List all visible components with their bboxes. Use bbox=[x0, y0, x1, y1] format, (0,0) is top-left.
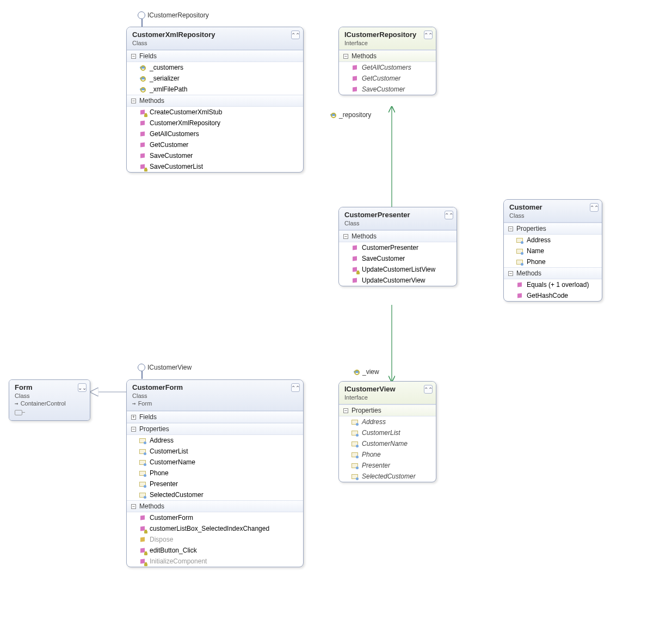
class-header[interactable]: CustomerPresenter Class ⌃⌃ bbox=[339, 207, 457, 230]
collapse-icon[interactable]: ⌃⌃ bbox=[445, 211, 453, 219]
member-row[interactable]: Phone bbox=[504, 256, 602, 267]
member-row[interactable]: UpdateCustomerListView bbox=[339, 264, 457, 275]
method-icon bbox=[139, 119, 146, 127]
member-row[interactable]: CustomerName bbox=[127, 457, 303, 468]
section-header[interactable]: −Methods bbox=[504, 267, 602, 279]
member-name: UpdateCustomerListView bbox=[362, 266, 435, 273]
member-row[interactable]: Address bbox=[127, 435, 303, 446]
class-header[interactable]: CustomerXmlRepository Class ⌃⌃ bbox=[127, 27, 303, 50]
collapse-icon[interactable]: − bbox=[508, 226, 513, 231]
member-row[interactable]: Presenter bbox=[127, 479, 303, 489]
member-row[interactable]: GetAllCustomers bbox=[339, 62, 436, 73]
collapse-icon[interactable]: ⌃⌃ bbox=[291, 30, 300, 39]
prop-icon bbox=[139, 480, 146, 488]
section-label: Properties bbox=[139, 425, 169, 433]
member-row[interactable]: CustomerList bbox=[127, 446, 303, 457]
member-row[interactable]: SaveCustomer bbox=[339, 253, 457, 264]
collapse-icon[interactable]: − bbox=[508, 271, 513, 276]
method-priv-icon bbox=[351, 266, 359, 273]
class-customer[interactable]: Customer Class ⌃⌃ −PropertiesAddressName… bbox=[503, 199, 602, 302]
member-row[interactable]: GetAllCustomers bbox=[127, 128, 303, 139]
collapse-icon[interactable]: − bbox=[343, 54, 348, 59]
interface-icustomerview[interactable]: ICustomerView Interface ⌃⌃ −PropertiesAd… bbox=[338, 381, 436, 482]
member-row[interactable]: Phone bbox=[127, 468, 303, 479]
member-row[interactable]: CustomerXmlRepository bbox=[127, 118, 303, 128]
section-header[interactable]: −Methods bbox=[127, 95, 303, 107]
section-header[interactable]: −Properties bbox=[504, 223, 602, 235]
section-header[interactable]: −Methods bbox=[127, 500, 303, 512]
class-customerform[interactable]: CustomerForm Class →Form ⌃⌃ +Fields−Prop… bbox=[126, 379, 304, 567]
class-form[interactable]: Form Class →ContainerControl ⌄⌄ bbox=[9, 379, 90, 421]
collapse-icon[interactable]: ⌃⌃ bbox=[590, 203, 599, 212]
member-row[interactable]: Dispose bbox=[127, 534, 303, 545]
interface-icustomerrepository[interactable]: ICustomerRepository Interface ⌃⌃ −Method… bbox=[338, 27, 436, 95]
member-row[interactable]: Phone bbox=[339, 449, 436, 460]
member-row[interactable]: CreateCustomerXmlStub bbox=[127, 107, 303, 118]
member-row[interactable]: Address bbox=[339, 416, 436, 427]
section-header[interactable]: −Properties bbox=[339, 404, 436, 416]
member-row[interactable]: SaveCustomer bbox=[339, 84, 436, 95]
linked-icon bbox=[15, 410, 22, 415]
member-row[interactable]: GetHashCode bbox=[504, 290, 602, 301]
member-row[interactable]: UpdateCustomerView bbox=[339, 275, 457, 286]
member-row[interactable]: CustomerList bbox=[339, 427, 436, 438]
member-row[interactable]: _customers bbox=[127, 62, 303, 73]
method-icon bbox=[516, 292, 523, 299]
member-row[interactable]: _serializer bbox=[127, 73, 303, 84]
prop-icon bbox=[351, 418, 359, 426]
section-header[interactable]: +Fields bbox=[127, 411, 303, 423]
member-row[interactable]: Name bbox=[504, 246, 602, 256]
member-row[interactable]: CustomerPresenter bbox=[339, 242, 457, 253]
interface-header[interactable]: ICustomerView Interface ⌃⌃ bbox=[339, 382, 436, 404]
section-label: Properties bbox=[516, 225, 546, 232]
collapse-icon[interactable]: − bbox=[131, 99, 136, 103]
member-row[interactable]: SaveCustomerList bbox=[127, 161, 303, 172]
collapse-icon[interactable]: − bbox=[131, 504, 136, 509]
section-label: Fields bbox=[139, 413, 157, 421]
member-row[interactable]: editButton_Click bbox=[127, 545, 303, 556]
collapse-icon[interactable]: ⌃⌃ bbox=[291, 383, 300, 392]
class-header[interactable]: Form Class →ContainerControl ⌄⌄ bbox=[9, 380, 90, 420]
collapse-icon[interactable]: − bbox=[343, 234, 348, 239]
class-header[interactable]: CustomerForm Class →Form ⌃⌃ bbox=[127, 380, 303, 411]
member-row[interactable]: CustomerForm bbox=[127, 512, 303, 523]
field-icon bbox=[329, 111, 337, 119]
collapse-icon[interactable]: ⌃⌃ bbox=[424, 385, 433, 394]
collapse-icon[interactable]: − bbox=[343, 408, 348, 413]
method-icon bbox=[139, 130, 146, 138]
expand-icon[interactable]: ⌄⌄ bbox=[78, 383, 87, 392]
member-row[interactable]: SelectedCustomer bbox=[127, 489, 303, 500]
class-customerpresenter[interactable]: CustomerPresenter Class ⌃⌃ −MethodsCusto… bbox=[338, 207, 457, 286]
collapse-icon[interactable]: − bbox=[131, 54, 136, 59]
member-row[interactable]: SaveCustomer bbox=[127, 150, 303, 161]
field-icon bbox=[139, 85, 146, 93]
section-header[interactable]: −Methods bbox=[339, 230, 457, 242]
member-row[interactable]: SelectedCustomer bbox=[339, 471, 436, 482]
collapse-icon[interactable]: − bbox=[131, 427, 136, 432]
section-label: Fields bbox=[139, 52, 157, 60]
member-row[interactable]: _xmlFilePath bbox=[127, 84, 303, 95]
section-header[interactable]: −Methods bbox=[339, 50, 436, 62]
interface-header[interactable]: ICustomerRepository Interface ⌃⌃ bbox=[339, 27, 436, 50]
prop-icon bbox=[351, 473, 359, 480]
class-header[interactable]: Customer Class ⌃⌃ bbox=[504, 200, 602, 223]
member-name: GetCustomer bbox=[150, 141, 188, 149]
section-header[interactable]: −Properties bbox=[127, 423, 303, 435]
member-row[interactable]: GetCustomer bbox=[127, 139, 303, 150]
class-customerxmlrepository[interactable]: CustomerXmlRepository Class ⌃⌃ −Fields_c… bbox=[126, 27, 304, 173]
member-row[interactable]: Address bbox=[504, 235, 602, 246]
member-name: Phone bbox=[150, 469, 169, 477]
member-name: Dispose bbox=[150, 536, 173, 543]
expand-icon[interactable]: + bbox=[131, 415, 136, 420]
member-row[interactable]: Equals (+ 1 overload) bbox=[504, 279, 602, 290]
member-name: Address bbox=[527, 236, 551, 244]
member-row[interactable]: CustomerName bbox=[339, 438, 436, 449]
lollipop-icustomerview: ICustomerView bbox=[138, 364, 192, 379]
member-row[interactable]: customerListBox_SelectedIndexChanged bbox=[127, 523, 303, 534]
member-row[interactable]: Presenter bbox=[339, 460, 436, 471]
member-row[interactable]: InitializeComponent bbox=[127, 556, 303, 567]
collapse-icon[interactable]: ⌃⌃ bbox=[424, 30, 433, 39]
section-header[interactable]: −Fields bbox=[127, 50, 303, 62]
section-label: Methods bbox=[139, 97, 164, 105]
member-row[interactable]: GetCustomer bbox=[339, 73, 436, 84]
